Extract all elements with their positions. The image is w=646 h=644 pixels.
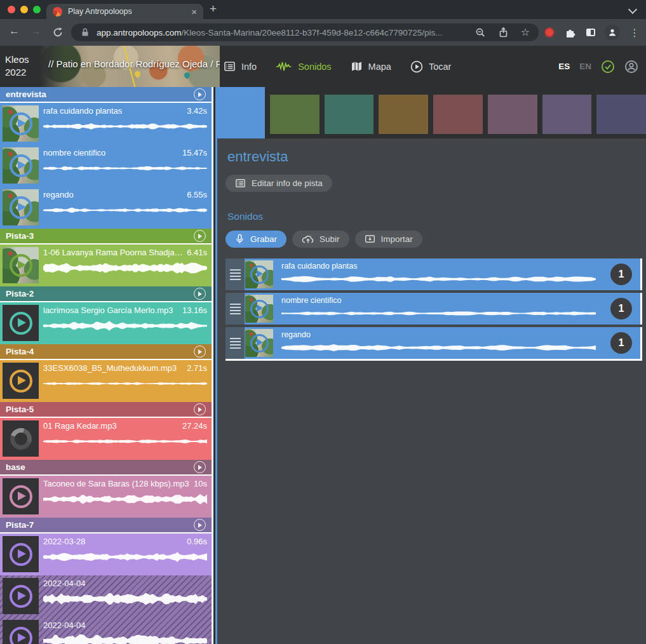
sound-title: rafa cuidando plantas	[281, 262, 358, 271]
track-header[interactable]: Pista-2	[0, 286, 212, 302]
track-tile-2[interactable]	[270, 95, 320, 134]
forward-button[interactable]: →	[30, 25, 41, 37]
sound-thumbnail[interactable]	[3, 247, 39, 283]
account-icon[interactable]	[624, 60, 638, 74]
track-play-icon[interactable]	[194, 461, 206, 473]
sound-item[interactable]: 33ESX6038_B5_Muthedukkum.mp32.71s	[0, 360, 212, 402]
sound-item[interactable]: lacrimosa Sergio García Merlo.mp313.16s	[0, 302, 212, 344]
sound-thumbnail[interactable]	[3, 578, 39, 614]
sound-item[interactable]: 2022-04-04	[0, 575, 212, 617]
drag-handle[interactable]	[225, 327, 245, 359]
track-tile-6[interactable]	[488, 95, 537, 134]
panel-title: entrevista	[227, 149, 646, 165]
window-minimize-button[interactable]	[20, 6, 28, 13]
edit-track-info-button[interactable]: Editar info de pista	[225, 175, 332, 192]
sound-thumbnail[interactable]	[3, 478, 39, 514]
track-play-icon[interactable]	[194, 88, 206, 100]
track-play-icon[interactable]	[194, 519, 206, 531]
window-zoom-button[interactable]	[33, 6, 41, 13]
sound-thumbnail[interactable]	[3, 105, 39, 142]
track-color-strip	[215, 87, 646, 138]
share-icon[interactable]	[498, 27, 509, 38]
url-bar[interactable]: app.antropoloops.com/Kleos-Santa-Marina/…	[71, 23, 539, 41]
sound-thumbnail[interactable]	[3, 363, 39, 399]
nav-info-label: Info	[241, 62, 257, 72]
import-button[interactable]: Importar	[355, 231, 422, 248]
track-name: Pista-3	[6, 231, 194, 241]
sound-item[interactable]: nombre cientifico15.47s	[0, 145, 212, 187]
sound-thumbnail[interactable]	[245, 295, 273, 323]
track-tile-4[interactable]	[379, 95, 428, 134]
track-header[interactable]: Pista-5	[0, 402, 212, 418]
track-play-icon[interactable]	[194, 403, 206, 415]
tracks-sidebar: entrevista rafa cuidando plantas3.42s no…	[0, 87, 213, 644]
sound-thumbnail[interactable]	[3, 189, 39, 225]
track-section-base: base Taconeo de Sara Baras (128 kbps).mp…	[0, 460, 212, 518]
play-icon	[10, 543, 32, 566]
track-header[interactable]: Pista-3	[0, 229, 212, 245]
track-header[interactable]: entrevista	[0, 87, 212, 103]
lang-es[interactable]: ES	[558, 62, 570, 71]
profile-avatar[interactable]	[605, 25, 620, 40]
track-tile-5[interactable]	[433, 95, 483, 134]
browser-menu-icon[interactable]: ⋮	[629, 27, 640, 39]
play-icon	[10, 312, 32, 335]
status-check-icon[interactable]	[601, 60, 615, 74]
drag-handle[interactable]	[225, 258, 245, 290]
track-play-icon[interactable]	[194, 345, 206, 358]
track-header[interactable]: base	[0, 460, 212, 476]
lang-en[interactable]: EN	[579, 62, 591, 71]
sound-item[interactable]: rafa cuidando plantas3.42s	[0, 103, 212, 145]
track-header[interactable]: Pista-7	[0, 518, 212, 533]
drag-handle[interactable]	[225, 293, 245, 325]
sound-thumbnail[interactable]	[245, 329, 273, 357]
track-tile-8[interactable]	[596, 95, 646, 134]
sound-thumbnail[interactable]	[3, 536, 39, 572]
sound-row[interactable]: nombre cientifico 1	[225, 293, 642, 325]
upload-button[interactable]: Subir	[292, 231, 349, 248]
sound-list: rafa cuidando plantas 1 nombre cientific…	[225, 258, 642, 359]
nav-mapa[interactable]: Mapa	[351, 61, 391, 72]
back-button[interactable]: ←	[9, 25, 20, 37]
zoom-icon[interactable]	[475, 27, 486, 38]
bookmark-star-icon[interactable]: ☆	[521, 27, 530, 37]
sound-item[interactable]: regando6.55s	[0, 187, 212, 229]
track-header[interactable]: Pista-4	[0, 344, 212, 360]
microphone-icon	[235, 234, 245, 245]
sound-duration: 13.16s	[182, 305, 207, 315]
track-play-icon[interactable]	[194, 230, 206, 242]
sound-item[interactable]: 01 Raga Kedar.mp327.24s	[0, 418, 212, 460]
tab-search-chevron-icon[interactable]	[628, 5, 637, 14]
track-play-icon[interactable]	[194, 288, 206, 300]
sound-item[interactable]: Taconeo de Sara Baras (128 kbps).mp310s	[0, 476, 212, 518]
sound-item[interactable]: 1-06 Lavanya Rama Poorna Shadjam Rupak..…	[0, 245, 212, 286]
track-tile-7[interactable]	[542, 95, 592, 134]
sound-thumbnail[interactable]	[3, 147, 39, 184]
track-tile-entrevista[interactable]	[215, 87, 265, 138]
new-tab-button[interactable]: +	[210, 2, 217, 16]
sound-thumbnail[interactable]	[3, 420, 39, 457]
nav-sonidos[interactable]: Sonidos	[276, 61, 331, 72]
sound-row[interactable]: rafa cuidando plantas 1	[225, 258, 642, 290]
side-panel-icon[interactable]	[586, 29, 595, 36]
track-tile-3[interactable]	[325, 95, 374, 134]
waveform	[43, 633, 207, 644]
reload-icon[interactable]	[52, 27, 64, 38]
aerial-map-thumbnail: // Patio en Bordador Rodríguez Ojeda / R…	[39, 46, 220, 87]
nav-tocar[interactable]: Tocar	[410, 60, 451, 73]
sound-thumbnail[interactable]	[3, 305, 39, 341]
sound-thumbnail[interactable]	[3, 620, 39, 644]
window-close-button[interactable]	[8, 6, 15, 13]
record-extension-icon[interactable]	[544, 27, 555, 37]
sound-item[interactable]: 2022-03-280.96s	[0, 533, 212, 575]
record-button[interactable]: Grabar	[225, 231, 286, 248]
track-section-pista7: Pista-7 2022-03-280.96s 2022-04-04 2022-…	[0, 518, 212, 644]
browser-tab[interactable]: Play Antropoloops ×	[46, 4, 203, 19]
sound-item[interactable]: 2022-04-04	[0, 617, 212, 644]
sound-row[interactable]: regando 1	[225, 327, 642, 359]
nav-info[interactable]: Info	[224, 60, 257, 72]
sound-title: nombre cientifico	[43, 148, 105, 158]
sound-thumbnail[interactable]	[245, 260, 273, 288]
extensions-puzzle-icon[interactable]	[564, 26, 577, 39]
tab-close-icon[interactable]: ×	[191, 7, 197, 17]
